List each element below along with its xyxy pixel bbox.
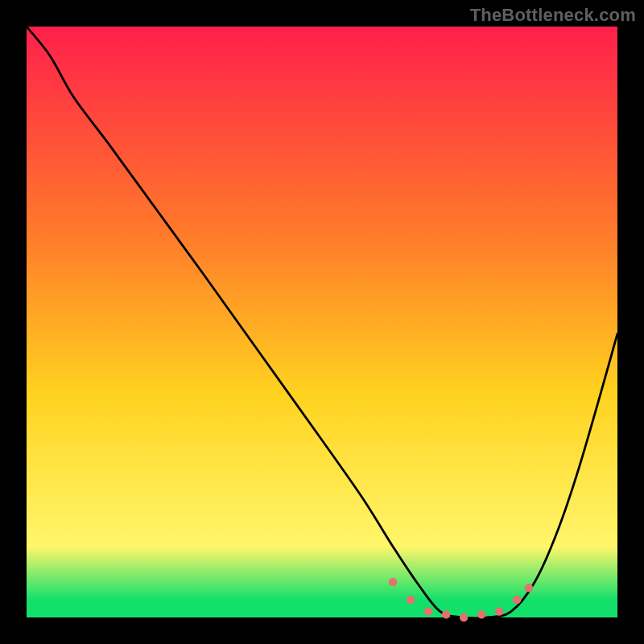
optimal-dot bbox=[389, 578, 397, 586]
chart-container: { "watermark": "TheBottleneck.com", "col… bbox=[0, 0, 644, 644]
plot-area bbox=[27, 27, 617, 617]
optimal-dot bbox=[407, 596, 415, 604]
optimal-dot bbox=[525, 584, 533, 592]
optimal-dot bbox=[495, 607, 503, 615]
optimal-dot bbox=[513, 596, 521, 604]
optimal-dot bbox=[477, 610, 485, 618]
chart-svg bbox=[0, 0, 644, 644]
optimal-dot bbox=[424, 607, 432, 615]
optimal-dot bbox=[460, 613, 468, 621]
optimal-dot bbox=[442, 610, 450, 618]
watermark-text: TheBottleneck.com bbox=[470, 5, 636, 26]
